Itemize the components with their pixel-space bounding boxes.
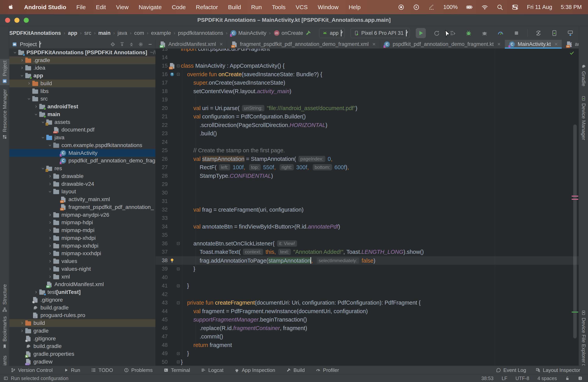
tree-chevron-icon[interactable] [33, 112, 39, 116]
override-gutter-icon[interactable] [168, 72, 176, 77]
tree-row[interactable]: build.gradle [9, 304, 155, 312]
tree-row[interactable]: gradle [9, 327, 155, 335]
editor-scrollbar[interactable] [573, 49, 578, 366]
tree-row[interactable]: values-night [9, 265, 155, 273]
tab-fragment_pspdfkit_pdf_annotation_demo_fragment-xml[interactable]: <>fragment_pspdfkit_pdf_annotation_demo_… [227, 40, 380, 49]
fold-end-icon[interactable] [176, 360, 181, 364]
stop-button[interactable] [511, 28, 522, 38]
code-editor[interactable]: 13import com.pspdfkit.ui.PdfFragment1415… [156, 49, 579, 366]
notifications-icon[interactable] [578, 376, 583, 381]
close-tab-icon[interactable]: ✕ [220, 42, 223, 47]
menu-status-text[interactable]: 100% [443, 4, 458, 10]
apple-menu-icon[interactable] [7, 4, 14, 11]
tree-row[interactable]: PSPDFKitAnnotations [PSPDFKit Annotation… [9, 49, 155, 56]
tree-chevron-icon[interactable] [33, 105, 39, 108]
tool-window-toggle-icon[interactable] [3, 376, 8, 381]
tree-row[interactable]: mipmap-xxxhdpi [9, 250, 155, 257]
fold-start-icon[interactable] [176, 72, 181, 76]
tree-chevron-icon[interactable] [47, 228, 53, 232]
tool-window-button-build[interactable]: Build [286, 367, 305, 373]
profile-button[interactable] [495, 28, 505, 38]
menu-status-text[interactable]: Fri 11 Aug [527, 4, 552, 10]
tree-row[interactable]: mipmap-anydpi-v26 [9, 211, 155, 219]
breadcrumb-item-com[interactable]: com [134, 30, 144, 36]
status-segment-LF[interactable]: LF [502, 376, 507, 381]
tree-row[interactable]: androidTest [9, 103, 155, 110]
tree-chevron-icon[interactable] [19, 74, 25, 78]
tree-row[interactable]: main [9, 110, 155, 118]
control-center-icon[interactable] [512, 4, 518, 11]
sidebar-item-gradle[interactable]: Gradle [579, 62, 588, 88]
tree-chevron-icon[interactable] [26, 82, 32, 85]
breadcrumb-item-java[interactable]: java [118, 30, 127, 36]
tree-row[interactable]: com.example.pspdfkitannotations [9, 141, 155, 149]
tree-row[interactable]: drawable [9, 172, 155, 180]
sidebar-item-resource-manager[interactable]: Resource Manager [0, 87, 9, 141]
tree-row[interactable]: values [9, 257, 155, 265]
expand-all-icon[interactable] [120, 42, 125, 47]
tool-window-button-problems[interactable]: Problems [124, 367, 153, 373]
tree-row[interactable]: xml [9, 273, 155, 281]
close-tab-icon[interactable]: ✕ [372, 42, 376, 47]
tree-chevron-icon[interactable] [47, 275, 53, 279]
tree-chevron-icon[interactable] [47, 221, 53, 224]
fold-end-icon[interactable] [176, 351, 181, 356]
play-circle-icon[interactable] [413, 4, 420, 11]
tree-row[interactable]: build [9, 319, 155, 327]
tree-chevron-icon[interactable] [19, 66, 25, 70]
tree-row[interactable]: mipmap-hdpi [9, 219, 155, 227]
run-button[interactable] [416, 28, 426, 38]
tree-chevron-icon[interactable] [19, 321, 25, 325]
sidebar-item-device-manager[interactable]: Device Manager [579, 94, 588, 142]
fold-start-icon[interactable] [176, 64, 181, 68]
run-configuration-select[interactable]: app▾ [319, 28, 345, 38]
breadcrumb-item-oncreate[interactable]: monCreate [273, 30, 303, 36]
tree-row[interactable]: build.gradle [9, 342, 155, 350]
menu-item-build[interactable]: Build [228, 4, 241, 11]
tree-row[interactable]: build [9, 80, 155, 87]
tree-row[interactable]: test [unitTest] [9, 288, 155, 296]
tree-chevron-icon[interactable] [47, 213, 53, 217]
status-segment-38-53[interactable]: 38:53 [481, 376, 494, 381]
fold-start-icon[interactable] [176, 241, 181, 246]
fold-end-icon[interactable] [176, 267, 181, 271]
breadcrumb-item-main[interactable]: main [98, 30, 111, 36]
tree-chevron-icon[interactable] [47, 143, 53, 147]
close-tab-icon[interactable]: ✕ [497, 42, 501, 47]
menu-item-file[interactable]: File [76, 4, 86, 11]
tree-row[interactable]: <>activity_main.xml [9, 195, 155, 203]
tree-chevron-icon[interactable] [12, 51, 18, 54]
tree-chevron-icon[interactable] [47, 267, 53, 271]
tree-row[interactable]: C++gradlew [9, 358, 155, 366]
tree-chevron-icon[interactable] [47, 244, 53, 248]
menu-item-tools[interactable]: Tools [272, 4, 285, 11]
breadcrumb-item-pspdfkitannotations[interactable]: PSPDFKitAnnotations [6, 30, 61, 36]
tool-window-button-terminal[interactable]: Terminal [164, 367, 190, 373]
tree-chevron-icon[interactable] [26, 97, 32, 101]
apply-changes-button[interactable] [432, 28, 442, 38]
tree-row[interactable]: ⊘.gitignore [9, 335, 155, 342]
debug-button[interactable] [463, 28, 474, 38]
tree-chevron-icon[interactable] [47, 259, 53, 263]
tool-window-button-layout-inspector[interactable]: Layout Inspector [536, 367, 580, 373]
sidebar-item-project[interactable]: Project [0, 59, 9, 85]
spotlight-search-icon[interactable] [497, 4, 503, 11]
project-tree[interactable]: PSPDFKitAnnotations [PSPDFKit Annotation… [9, 49, 156, 366]
tool-window-button-version-control[interactable]: Version Control [11, 367, 53, 373]
tree-chevron-icon[interactable] [47, 252, 53, 255]
fold-end-icon[interactable] [176, 284, 181, 288]
settings-gear-icon[interactable] [138, 42, 143, 47]
tree-row[interactable]: app [9, 72, 155, 80]
tree-row[interactable]: mipmap-mdpi [9, 226, 155, 234]
build-hammer-button[interactable] [303, 28, 313, 38]
tree-row[interactable]: Cpspdfkit_pdf_annotation_demo_frag [9, 157, 155, 165]
attach-debugger-button[interactable] [480, 28, 490, 38]
sync-gradle-button[interactable] [533, 28, 544, 38]
menu-item-run[interactable]: Run [251, 4, 262, 11]
tree-chevron-icon[interactable] [40, 167, 46, 170]
tree-row[interactable]: src [9, 95, 155, 103]
tree-row[interactable]: assets [9, 118, 155, 126]
menu-item-vcs[interactable]: VCS [295, 4, 308, 11]
collapse-all-icon[interactable] [129, 42, 134, 47]
menu-item-window[interactable]: Window [318, 4, 338, 11]
